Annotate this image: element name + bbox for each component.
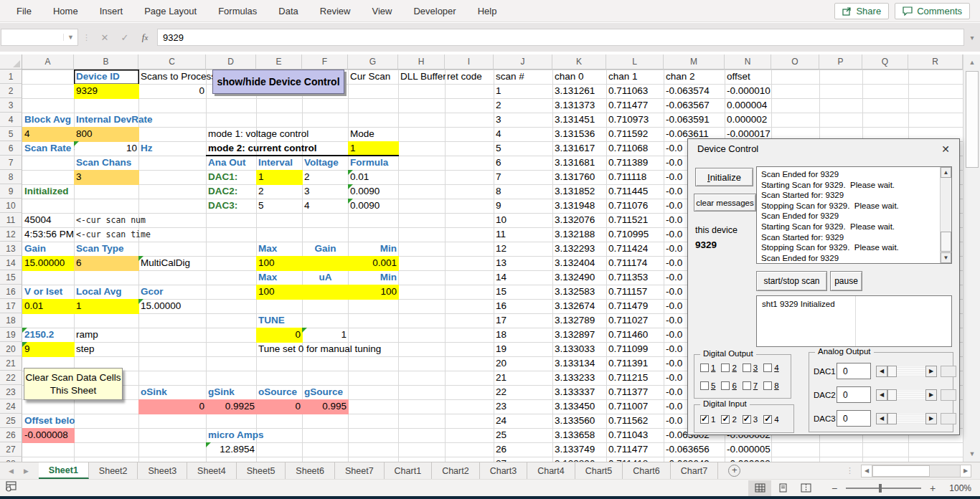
dac-extra-button[interactable]	[941, 413, 956, 424]
dac-scroll-thumb[interactable]	[887, 389, 897, 401]
cell-J11[interactable]: 10	[494, 213, 553, 228]
cell-A6[interactable]: Scan Rate =	[22, 141, 75, 156]
ribbon-tab-insert[interactable]: Insert	[89, 0, 134, 22]
horizontal-scroll-thumb[interactable]	[872, 465, 930, 477]
cell-K4[interactable]: 3.131451	[552, 113, 607, 128]
cell-L13[interactable]: 0.711424	[606, 242, 664, 257]
cell-B1[interactable]: Device ID	[74, 70, 139, 85]
cell-K8[interactable]: 3.131760	[552, 170, 607, 185]
column-header-A[interactable]: A	[22, 54, 74, 70]
dac-value-field[interactable]: 0	[837, 410, 871, 427]
row-header-19[interactable]: 19	[0, 328, 22, 342]
cell-L25[interactable]: 0.711562	[606, 414, 664, 429]
cell-A9[interactable]: Initialized	[22, 184, 75, 199]
column-header-K[interactable]: K	[552, 54, 606, 70]
message-listbox[interactable]: Scan Ended for 9329Starting Scan for 932…	[756, 166, 952, 264]
cell-C1[interactable]: Scans to Process	[138, 70, 207, 85]
scroll-right-icon[interactable]: ▶	[960, 465, 971, 477]
cell-J21[interactable]: 20	[494, 356, 553, 371]
zoom-out-button[interactable]: −	[830, 483, 839, 494]
row-header-1[interactable]: 1	[0, 70, 22, 84]
cell-L2[interactable]: 0.711063	[606, 84, 664, 99]
cell-J27[interactable]: 26	[494, 442, 553, 457]
cell-L7[interactable]: 0.711389	[606, 156, 664, 171]
row-header-24[interactable]: 24	[0, 399, 22, 414]
cell-L12[interactable]: 0.710995	[606, 227, 664, 242]
cell-J25[interactable]: 24	[494, 414, 553, 429]
share-button[interactable]: Share	[834, 3, 889, 19]
dac-extra-button[interactable]	[941, 366, 956, 377]
cell-K6[interactable]: 3.131617	[552, 141, 607, 156]
formula-bar-expand-icon[interactable]: ▾	[964, 29, 980, 46]
sheet-tab-sheet5[interactable]: Sheet5	[237, 462, 286, 479]
row-header-28[interactable]: 28	[0, 457, 22, 462]
cell-K15[interactable]: 3.132490	[552, 270, 607, 285]
cell-L17[interactable]: 0.711479	[606, 299, 664, 314]
cell-A19[interactable]: 2150.2	[22, 328, 75, 343]
sheet-tab-sheet3[interactable]: Sheet3	[138, 462, 187, 479]
cell-K1[interactable]: chan 0	[552, 70, 607, 85]
cell-K23[interactable]: 3.133337	[552, 385, 607, 400]
select-all-corner[interactable]	[0, 54, 22, 70]
cell-G14[interactable]: 0.001	[348, 256, 399, 271]
message-scroll-thumb[interactable]	[941, 232, 951, 252]
sheet-tab-sheet6[interactable]: Sheet6	[286, 462, 335, 479]
cell-G15[interactable]: Min	[348, 270, 399, 285]
ribbon-tab-file[interactable]: File	[6, 0, 42, 22]
cell-C24[interactable]: 0	[138, 399, 207, 414]
cell-E19[interactable]: 0	[256, 328, 303, 343]
sheet-tab-sheet7[interactable]: Sheet7	[335, 462, 385, 479]
cell-K17[interactable]: 3.132674	[552, 299, 607, 314]
cell-J3[interactable]: 2	[494, 98, 553, 113]
cell-N4[interactable]: 0.000002	[725, 113, 772, 128]
checkbox-4[interactable]	[763, 363, 772, 372]
cell-B8[interactable]: 3	[74, 170, 139, 185]
cell-J4[interactable]: 3	[494, 113, 553, 128]
row-header-8[interactable]: 8	[0, 170, 22, 184]
cell-L22[interactable]: 0.711215	[606, 371, 664, 386]
row-header-4[interactable]: 4	[0, 113, 22, 127]
row-header-14[interactable]: 14	[0, 256, 22, 270]
cell-C23[interactable]: oSink	[138, 385, 207, 400]
ribbon-tab-page-layout[interactable]: Page Layout	[133, 0, 207, 22]
dac-extra-button[interactable]	[941, 389, 956, 401]
cell-K22[interactable]: 3.133233	[552, 371, 607, 386]
initialize-button[interactable]: Initialize	[695, 168, 753, 186]
clear-messages-button[interactable]: clear messages	[694, 194, 756, 212]
ribbon-tab-formulas[interactable]: Formulas	[207, 0, 268, 22]
column-header-O[interactable]: O	[771, 54, 819, 70]
tab-scroll-right-icon[interactable]: ▶	[24, 467, 29, 475]
tab-scroll-left-icon[interactable]: ◀	[9, 467, 14, 475]
cell-L4[interactable]: 0.710973	[606, 113, 664, 128]
cell-J8[interactable]: 7	[494, 170, 553, 185]
cell-N2[interactable]: -0.000010	[725, 84, 772, 99]
cell-K3[interactable]: 3.131373	[552, 98, 607, 113]
cell-M4[interactable]: -0.063591	[664, 113, 725, 128]
scroll-left-icon[interactable]: ◀	[876, 413, 887, 424]
checkbox-1[interactable]	[700, 415, 709, 424]
cell-G9[interactable]: 0.0090	[348, 184, 399, 199]
sheet-tab-chart4[interactable]: Chart4	[527, 462, 575, 479]
cell-K18[interactable]: 3.132789	[552, 313, 607, 328]
cell-A14[interactable]: 15.00000	[22, 256, 75, 271]
cell-N28[interactable]: -0.000003	[725, 457, 772, 462]
cell-L24[interactable]: 0.711007	[606, 399, 664, 414]
column-header-N[interactable]: N	[725, 54, 771, 70]
cell-A26[interactable]: -0.000008	[22, 428, 75, 443]
column-header-G[interactable]: G	[348, 54, 398, 70]
cell-F8[interactable]: 2	[302, 170, 349, 185]
name-box-dropdown-icon[interactable]: ▼	[63, 34, 77, 41]
checkbox-8[interactable]	[763, 381, 772, 390]
cell-N3[interactable]: 0.000004	[725, 98, 772, 113]
sheet-tab-chart2[interactable]: Chart2	[432, 462, 480, 479]
horizontal-scrollbar[interactable]: ◀ ▶	[861, 465, 971, 477]
cell-L8[interactable]: 0.711118	[606, 170, 664, 185]
cell-G7[interactable]: Formula	[348, 156, 399, 171]
cell-M2[interactable]: -0.063574	[664, 84, 725, 99]
cell-J14[interactable]: 13	[494, 256, 553, 271]
cell-N27[interactable]: -0.000005	[725, 442, 772, 457]
cell-L27[interactable]: 0.711477	[606, 442, 664, 457]
vertical-scroll-thumb[interactable]	[966, 71, 979, 168]
cell-L10[interactable]: 0.711076	[606, 199, 664, 214]
checkbox-1[interactable]	[700, 363, 709, 372]
